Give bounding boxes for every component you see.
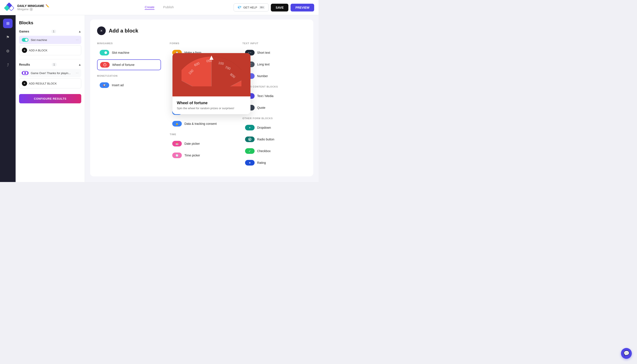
result-item-icon	[22, 71, 28, 75]
app-title-text: DAILY MINIGAME	[17, 4, 44, 8]
sidebar-icon-blocks[interactable]: ⊞	[3, 19, 12, 28]
minigames-section-title: MINIGAMES	[97, 42, 161, 45]
topbar-nav: Create Publish	[145, 5, 174, 10]
data-tracking-label: Data & tracking consent	[184, 122, 217, 126]
gem-icon: 💎	[237, 6, 242, 10]
text-media-label: Text / Media	[257, 94, 274, 98]
app-logo[interactable]	[4, 3, 14, 12]
games-section-header: Games 1 ▲	[19, 30, 81, 33]
time-section-title: TIME	[170, 133, 234, 136]
nav-create[interactable]: Create	[145, 5, 154, 10]
save-button[interactable]: SAVE	[271, 4, 288, 12]
checkbox-option[interactable]: ✓ Checkbox	[242, 146, 306, 156]
rating-icon: ★	[245, 160, 254, 166]
forms-section-title: FORMS	[170, 42, 234, 45]
wheel-popup-title: Wheel of fortune	[177, 101, 246, 105]
short-text-option[interactable]: Short text	[242, 48, 306, 58]
data-tracking-option[interactable]: 🔒 Data & tracking consent	[170, 119, 234, 129]
topbar: DAILY MINIGAME ✏️ Minigame i Create Publ…	[0, 0, 318, 15]
insert-ad-icon: 📢	[100, 82, 109, 88]
dropdown-option[interactable]: ▾ Dropdown	[242, 123, 306, 132]
app-subtitle: Minigame i	[17, 8, 49, 11]
edit-title-icon[interactable]: ✏️	[46, 4, 49, 8]
slot-machine-item[interactable]: Slot machine ···	[19, 36, 81, 44]
sidebar-icon-settings[interactable]: ⚑	[3, 32, 12, 42]
nav-publish[interactable]: Publish	[163, 5, 174, 10]
rating-option[interactable]: ★ Rating	[242, 158, 306, 168]
wheel-of-fortune-option-label: Wheel of fortune	[112, 63, 134, 66]
slot-machine-option-label: Slot machine	[112, 51, 129, 54]
wheel-popup-description: Spin the wheel for random prizes or surp…	[177, 106, 246, 110]
long-text-label: Long text	[257, 62, 270, 66]
slot-machine-option-icon	[100, 50, 109, 56]
slot-machine-more-icon[interactable]: ···	[76, 38, 79, 42]
short-text-label: Short text	[257, 51, 270, 54]
time-picker-icon: 🕐	[172, 152, 182, 158]
quote-label: Quote	[257, 106, 266, 110]
panel-title: Add a block	[109, 28, 138, 34]
preview-button[interactable]: PREVIEW	[290, 4, 314, 12]
slot-machine-label: Slot machine	[31, 38, 74, 42]
result-item-more-icon[interactable]: ···	[76, 71, 79, 75]
result-item[interactable]: Game Over! Thanks for playin... ···	[19, 69, 81, 77]
long-text-option[interactable]: Long text	[242, 59, 306, 69]
wheel-of-fortune-option[interactable]: Wheel of fortune	[97, 59, 161, 70]
minigames-col: MINIGAMES Slot machine Whee	[97, 42, 161, 170]
main-content: × Add a block MINIGAMES Slot machine	[85, 15, 318, 182]
panel-close-button[interactable]: ×	[97, 26, 106, 35]
results-label: Results	[19, 63, 30, 66]
add-result-plus-icon: +	[22, 81, 27, 86]
add-block-plus-icon: +	[22, 48, 27, 53]
date-picker-label: Date picker	[184, 142, 200, 146]
radio-button-option[interactable]: Radio button	[242, 134, 306, 144]
results-count: 1	[52, 63, 57, 66]
add-block-button[interactable]: + ADD A BLOCK	[19, 45, 81, 55]
monetization-section-title: MONETIZATION	[97, 74, 161, 77]
wheel-popup-body: Wheel of fortune Spin the wheel for rand…	[172, 96, 250, 114]
rating-label: Rating	[257, 161, 266, 164]
data-tracking-icon: 🔒	[172, 121, 182, 126]
insert-ad-label: Insert ad	[112, 84, 124, 87]
text-media-option[interactable]: T Text / Media	[242, 91, 306, 101]
date-picker-option[interactable]: 📅 Date picker	[170, 139, 234, 149]
games-count: 1	[51, 30, 56, 33]
other-content-section-title: OTHER CONTENT BLOCKS	[242, 85, 306, 88]
icon-sidebar: ⊞ ⚑ ⚙ ⤴	[0, 15, 16, 182]
other-forms-section-title: OTHER FORM BLOCKS	[242, 117, 306, 120]
quote-option[interactable]: " Quote	[242, 103, 306, 113]
slot-machine-icon	[22, 38, 28, 42]
blocks-sidebar: Blocks Games 1 ▲ Slot machine ··· + ADD …	[16, 15, 85, 182]
time-picker-option[interactable]: 🕐 Time picker	[170, 150, 234, 160]
get-help-button[interactable]: 💎 GET HELP ⌘K	[234, 4, 269, 12]
topbar-actions: 💎 GET HELP ⌘K SAVE PREVIEW	[234, 4, 314, 12]
checkbox-icon: ✓	[245, 148, 254, 154]
games-label: Games	[19, 30, 29, 33]
results-section-header: Results 1 ▲	[19, 63, 81, 66]
number-option[interactable]: 1 Number	[242, 71, 306, 81]
radio-button-label: Radio button	[257, 138, 274, 141]
app-title: DAILY MINIGAME ✏️	[17, 4, 49, 8]
time-picker-label: Time picker	[184, 154, 200, 157]
results-toggle[interactable]: ▲	[78, 63, 81, 66]
slot-machine-option[interactable]: Slot machine	[97, 48, 161, 58]
app-title-area: DAILY MINIGAME ✏️ Minigame i	[17, 4, 49, 11]
sidebar-icon-gear[interactable]: ⚙	[3, 46, 12, 56]
text-input-col: TEXT INPUT Short text	[242, 42, 306, 170]
radio-button-icon	[245, 136, 254, 142]
sidebar-icon-share[interactable]: ⤴	[3, 60, 12, 70]
insert-ad-option[interactable]: 📢 Insert ad	[97, 80, 161, 90]
wheel-visual: 700 800 100 050 600 150	[172, 53, 250, 96]
main-layout: ⊞ ⚑ ⚙ ⤴ Blocks Games 1 ▲ Slot machine ··…	[0, 15, 318, 182]
configure-results-button[interactable]: CONFIGURE RESULTS	[19, 94, 81, 103]
dropdown-label: Dropdown	[257, 126, 271, 129]
add-block-panel: × Add a block MINIGAMES Slot machine	[90, 20, 313, 176]
games-toggle[interactable]: ▲	[78, 30, 81, 33]
text-input-section-title: TEXT INPUT	[242, 42, 306, 45]
dropdown-icon: ▾	[245, 125, 254, 130]
number-label: Number	[257, 74, 268, 78]
result-item-label: Game Over! Thanks for playin...	[31, 72, 74, 75]
date-picker-icon: 📅	[172, 141, 182, 146]
info-icon[interactable]: i	[30, 8, 33, 11]
add-result-block-button[interactable]: + ADD RESULT BLOCK	[19, 78, 81, 88]
wheel-of-fortune-popup: 700 800 100 050 600 150 Wheel of fortune	[172, 53, 250, 114]
